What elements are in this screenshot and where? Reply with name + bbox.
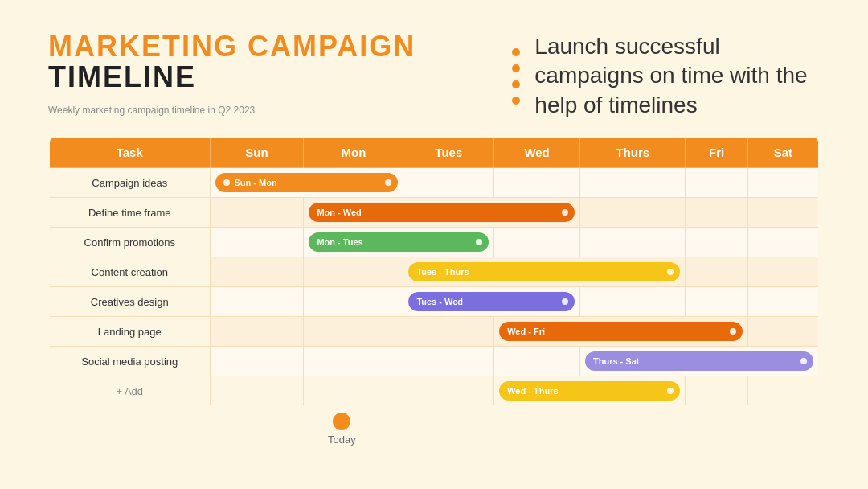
add-task-cell[interactable]: + Add [49,376,210,407]
add-row[interactable]: + Add Wed - Thurs [49,376,819,407]
bar-td: Thurs - Sat [579,347,819,376]
empty-cell [579,198,685,228]
table-row: Creatives design Tues - Wed [49,287,819,317]
empty-cell [494,168,580,198]
empty-cell [210,257,304,287]
dot-1 [512,48,520,56]
empty-cell [210,228,304,257]
bar-td: Tues - Wed [403,287,580,317]
empty-cell [494,228,580,257]
empty-cell [403,317,494,347]
empty-cell [304,347,403,376]
empty-cell [304,287,403,317]
header-section: MARKETING CAMPAIGN TIMELINE Weekly marke… [48,32,820,120]
empty-cell [686,287,747,317]
empty-cell [210,198,304,228]
empty-cell [686,376,747,407]
empty-cell [747,168,819,198]
bar-label: Wed - Fri [507,327,545,336]
bar-label: Tues - Wed [416,297,463,306]
empty-cell [686,257,747,287]
empty-cell [686,168,747,198]
empty-cell [747,257,819,287]
bar-label: Tues - Thurs [416,267,469,277]
bar-td: Mon - Wed [304,198,580,228]
task-cell: Confirm promotions [49,228,210,257]
col-sat: Sat [747,137,819,168]
title-line2: TIMELINE [48,61,416,93]
empty-cell [304,317,403,347]
bar-label: Mon - Wed [317,208,361,217]
page-container: MARKETING CAMPAIGN TIMELINE Weekly marke… [0,0,868,489]
col-task: Task [49,137,210,168]
table-row: Social media posting Thurs - Sat [49,347,819,376]
bar-td: Tues - Thurs [403,257,686,287]
bar-td: Sun - Mon [210,168,403,198]
dot-3 [512,80,520,88]
task-cell: Creatives design [49,287,210,317]
table-row: Define time frame Mon - Wed [49,198,819,228]
table-row: Landing page Wed - Fri [49,317,819,347]
empty-cell [747,317,819,347]
empty-cell [579,168,685,198]
task-cell: Content creation [49,257,210,287]
title-block: MARKETING CAMPAIGN TIMELINE Weekly marke… [48,32,416,116]
bar-label: Wed - Thurs [507,386,558,396]
empty-cell [747,198,819,228]
task-cell: Campaign ideas [49,168,210,198]
empty-cell [403,347,494,376]
col-mon: Mon [304,137,403,168]
col-tues: Tues [403,137,494,168]
task-cell: Social media posting [49,347,210,376]
bar-label: Thurs - Sat [593,356,639,366]
dots-column [512,48,520,105]
title-line1: MARKETING CAMPAIGN [48,32,416,61]
bar-label: Sun - Mon [235,178,277,187]
empty-cell [210,347,304,376]
empty-cell [747,376,819,407]
today-marker: Today [328,413,356,446]
tagline-text: Launch successful campaigns on time with… [534,32,820,120]
task-cell: Define time frame [49,198,210,228]
table-row: Confirm promotions Mon - Tues [49,228,819,257]
empty-cell [579,228,685,257]
empty-cell [686,228,747,257]
tagline-block: Launch successful campaigns on time with… [512,32,820,120]
table-header-row: Task Sun Mon Tues Wed Thurs Fri Sat [49,137,819,168]
today-circle [333,413,350,430]
empty-cell [403,376,494,407]
empty-cell [210,376,304,407]
subtitle-text: Weekly marketing campaign timeline in Q2… [48,105,416,116]
col-fri: Fri [686,137,747,168]
empty-cell [210,317,304,347]
empty-cell [686,198,747,228]
empty-cell [494,347,580,376]
empty-cell [304,257,403,287]
dot-2 [512,64,520,72]
table-row: Campaign ideas Sun - Mon [49,168,819,198]
today-label: Today [328,434,356,446]
bar-td: Wed - Thurs [494,376,686,407]
bar-label: Mon - Tues [317,237,362,247]
timeline-table: Task Sun Mon Tues Wed Thurs Fri Sat Camp… [48,136,820,407]
col-wed: Wed [494,137,580,168]
empty-cell [747,287,819,317]
dot-4 [512,97,520,105]
empty-cell [304,376,403,407]
table-row: Content creation Tues - Thurs [49,257,819,287]
bar-td: Mon - Tues [304,228,494,257]
empty-cell [210,287,304,317]
task-cell: Landing page [49,317,210,347]
empty-cell [747,228,819,257]
empty-cell [403,168,494,198]
empty-cell [579,287,685,317]
bar-td: Wed - Fri [494,317,748,347]
col-thurs: Thurs [579,137,685,168]
col-sun: Sun [210,137,304,168]
